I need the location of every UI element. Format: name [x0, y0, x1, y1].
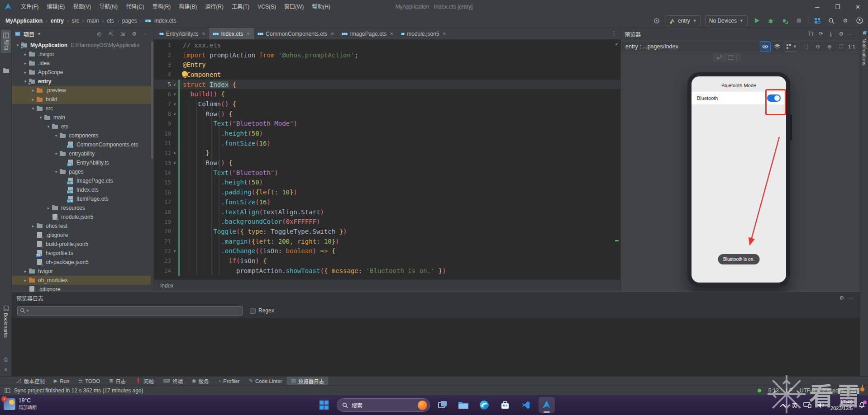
editor-tab[interactable]: J5module.json5✕	[397, 28, 450, 39]
fit-to-screen-icon[interactable]: ⛶	[836, 42, 846, 52]
readonly-lock-icon[interactable]	[851, 388, 856, 393]
close-tab-icon[interactable]: ✕	[201, 31, 205, 36]
locate-file-icon[interactable]: ◎	[95, 29, 104, 38]
indent-setting[interactable]: 2 spaces	[822, 387, 844, 394]
tool-window-button[interactable]: ✎Code Linter	[245, 377, 286, 385]
hidden-icons-chevron[interactable]	[780, 403, 786, 407]
status-message[interactable]: Sync project finished in 12 s 362 ms (17…	[14, 387, 143, 394]
sidebar-tab-bookmarks[interactable]: Bookmarks	[1, 306, 11, 338]
fold-marker-icon[interactable]: ∨	[171, 249, 178, 253]
refresh-icon[interactable]: ⟳	[816, 29, 826, 39]
tab-overflow-icon[interactable]: ⋮	[611, 30, 617, 37]
rotate-icon[interactable]: ⤾	[717, 54, 721, 60]
tree-row[interactable]: ▸oh_modules	[12, 276, 151, 285]
tree-expand-arrow-icon[interactable]: ▾	[30, 106, 36, 111]
menu-item[interactable]: 运行(R)	[201, 0, 228, 14]
sidebar-tab-project[interactable]: 项目	[1, 30, 11, 53]
code-line[interactable]: 10 .height(50)	[154, 128, 620, 138]
close-tab-icon[interactable]: ✕	[390, 31, 393, 36]
breadcrumb-item[interactable]: main	[87, 18, 99, 24]
tree-row[interactable]: ▾MyApplicationE:\HarmonyOS\MyApplicatio	[12, 41, 151, 50]
fold-marker-icon[interactable]: ∨	[171, 82, 178, 87]
tree-row[interactable]: ⚙oh-package.json5	[12, 258, 151, 267]
maximize-button[interactable]: ❐	[827, 0, 848, 14]
breadcrumb-item[interactable]: Index.ets	[154, 18, 176, 24]
fold-marker-icon[interactable]: ∧	[171, 151, 178, 155]
tree-expand-arrow-icon[interactable]: ▾	[14, 43, 21, 47]
menu-item[interactable]: 视图(V)	[69, 0, 95, 14]
speaker-icon[interactable]	[817, 402, 825, 408]
taskbar-clock[interactable]: 17:46 2023/12/5	[830, 399, 853, 411]
tree-expand-arrow-icon[interactable]: ▾	[45, 124, 52, 129]
zoom-in-icon[interactable]: ⊕	[825, 42, 835, 52]
font-size-icon[interactable]: Tᴛ	[806, 29, 816, 39]
tool-window-button[interactable]: ☰TODO	[74, 377, 104, 385]
debug-button[interactable]	[766, 16, 776, 26]
stop-button[interactable]	[794, 16, 804, 26]
tree-row[interactable]: ▸.idea	[12, 59, 151, 68]
run-button[interactable]	[752, 16, 762, 26]
editor-tab[interactable]: ETSCommonComponents.ets✕	[254, 28, 338, 39]
tree-row[interactable]: ETSItemPage.ets	[12, 194, 151, 203]
screenshot-icon[interactable]: ⬚	[728, 54, 733, 60]
code-line[interactable]: 8∨ Row() {	[154, 109, 620, 119]
fold-marker-icon[interactable]: ∨	[171, 92, 178, 96]
close-tab-icon[interactable]: ✕	[246, 31, 250, 36]
device-manager-icon[interactable]	[812, 16, 822, 26]
project-panel-title[interactable]: 项目	[24, 30, 34, 38]
code-line[interactable]: 19 .backgroundColor(0xFFFFFF)	[154, 217, 620, 226]
tree-row[interactable]: ▾ets	[12, 122, 151, 131]
fold-marker-icon[interactable]: ∨	[171, 112, 178, 116]
tree-expand-arrow-icon[interactable]: ▾	[38, 115, 44, 120]
tree-scrollbar[interactable]	[151, 42, 153, 159]
tree-expand-arrow-icon[interactable]: ▸	[22, 278, 29, 283]
zoom-ratio-label[interactable]: 1:1	[848, 44, 855, 49]
code-line[interactable]: 21 .margin({left: 200, right: 10})	[154, 236, 620, 246]
tree-expand-arrow-icon[interactable]: ▸	[30, 88, 36, 93]
settings-gear-icon[interactable]: ⚙	[840, 16, 850, 26]
code-line[interactable]: 13∨ Row() {	[154, 158, 620, 168]
code-line[interactable]: 22∨ .onChange((isOn: boolean) => {	[154, 246, 620, 256]
tree-expand-arrow-icon[interactable]: ▸	[30, 97, 36, 102]
inspect-eye-icon[interactable]	[760, 42, 770, 52]
start-button[interactable]	[316, 397, 332, 413]
more-tool-windows-icon[interactable]: »	[2, 365, 10, 373]
vscode-button[interactable]	[518, 397, 534, 413]
tool-window-button[interactable]: ◉服务	[188, 377, 213, 385]
notification-pin-icon[interactable]	[860, 387, 864, 391]
file-explorer-button[interactable]	[455, 397, 472, 413]
code-line[interactable]: 14 Text("Bluetooth")	[154, 168, 620, 178]
previewer-settings-gear-icon[interactable]: ⚙	[836, 29, 846, 39]
layout-toggle-icon[interactable]	[5, 387, 10, 393]
attach-debugger-button[interactable]	[780, 16, 790, 26]
minimize-button[interactable]: ─	[807, 0, 827, 14]
structure-stripe-icon[interactable]: ⎙	[2, 355, 10, 363]
deveco-studio-button[interactable]	[539, 397, 555, 413]
editor-tab[interactable]: TSEntryAbility.ts✕	[156, 28, 209, 39]
task-view-button[interactable]	[434, 397, 451, 413]
tree-row[interactable]: ▾entryability	[12, 149, 151, 158]
tree-expand-arrow-icon[interactable]: ▾	[53, 170, 59, 174]
tool-window-button[interactable]: ◔Profiler	[214, 377, 244, 385]
tree-expand-arrow-icon[interactable]: ▸	[22, 61, 29, 66]
profile-avatar-icon[interactable]	[854, 16, 864, 26]
panel-settings-gear-icon[interactable]: ⚙	[130, 29, 139, 38]
device-locate-icon[interactable]	[652, 16, 662, 26]
close-button[interactable]: ✕	[848, 0, 868, 14]
log-search-field[interactable]: ▾	[17, 306, 243, 316]
tree-row[interactable]: ⚙build-profile.json5	[12, 240, 151, 249]
tool-window-button[interactable]: ≣日志	[105, 377, 130, 385]
tree-row[interactable]: ⊘.gitignore	[12, 285, 151, 292]
breadcrumb-item[interactable]: src	[72, 18, 79, 24]
tree-row[interactable]: ▸AppScope	[12, 68, 151, 77]
editor-tab[interactable]: ETSImagePage.ets✕	[338, 28, 397, 39]
tree-expand-arrow-icon[interactable]: ▸	[45, 206, 52, 210]
device-selector[interactable]: No Devices ▼	[705, 15, 748, 26]
tool-window-button[interactable]: ▤预览器日志	[287, 377, 328, 385]
menu-item[interactable]: 窗口(W)	[280, 0, 308, 14]
tree-expand-arrow-icon[interactable]: ▾	[53, 133, 59, 138]
code-line[interactable]: 5∨struct Index {	[154, 80, 620, 90]
code-line[interactable]: 12∧ }	[154, 148, 620, 158]
tree-row[interactable]: ETSCommonComponents.ets	[12, 140, 151, 149]
tree-row[interactable]: ⚙module.json5	[12, 212, 151, 222]
